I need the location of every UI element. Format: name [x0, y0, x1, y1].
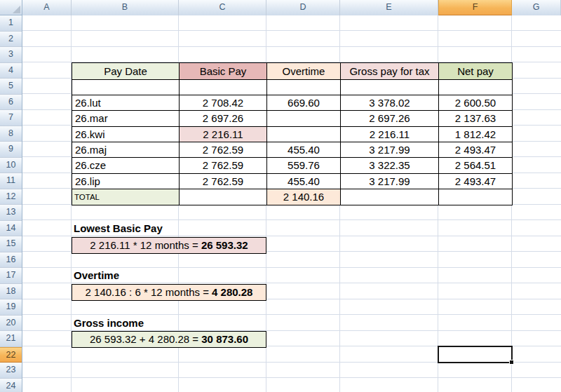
empty-cell[interactable] — [439, 189, 513, 205]
column-header-E[interactable]: E — [340, 0, 438, 15]
formula-result: 26 593.32 — [201, 239, 248, 251]
column-header-B[interactable]: B — [72, 0, 179, 15]
row-header-16[interactable]: 16 — [0, 252, 22, 269]
row-header-3[interactable]: 3 — [0, 47, 22, 63]
row-header-17[interactable]: 17 — [0, 268, 22, 284]
empty-cell[interactable] — [180, 80, 267, 95]
column-header-G[interactable]: G — [512, 0, 561, 15]
gross-pay-cell[interactable]: 3 322.35 — [341, 158, 439, 173]
overtime-cell[interactable] — [267, 111, 341, 126]
overtime-cell[interactable]: 559.76 — [267, 158, 341, 173]
basic-pay-cell[interactable]: 2 697.26 — [180, 111, 267, 126]
net-pay-cell[interactable]: 2 137.63 — [439, 111, 513, 126]
total-label-cell[interactable]: TOTAL — [72, 189, 180, 205]
overtime-cell[interactable]: 455.40 — [267, 142, 341, 158]
row-header-13[interactable]: 13 — [0, 205, 22, 221]
row-header-18[interactable]: 18 — [0, 284, 22, 300]
formula-expression: 26 593.32 + 4 280.28 = — [90, 333, 201, 345]
empty-cell[interactable] — [267, 80, 341, 95]
net-pay-cell[interactable]: 2 600.50 — [439, 95, 513, 111]
pay-date-cell[interactable]: 26.kwi — [72, 127, 180, 142]
formula-expression: 2 140.16 : 6 * 12 months = — [86, 286, 212, 298]
pay-table: Pay DateBasic PayOvertimeGross pay for t… — [72, 62, 513, 205]
formula-result: 30 873.60 — [201, 333, 248, 345]
overtime-formula-cell[interactable]: 2 140.16 : 6 * 12 months = 4 280.28 — [72, 284, 266, 301]
row-header-12[interactable]: 12 — [0, 189, 22, 205]
pay-date-cell[interactable]: 26.lut — [72, 95, 180, 111]
column-header-C[interactable]: C — [179, 0, 266, 15]
column-header-bar: ABCDEFG — [22, 0, 561, 15]
overtime-cell[interactable]: 455.40 — [267, 174, 341, 189]
row-header-23[interactable]: 23 — [0, 363, 22, 379]
basic-pay-cell[interactable]: 2 762.59 — [180, 158, 267, 173]
empty-cell[interactable] — [72, 80, 180, 95]
row-header-7[interactable]: 7 — [0, 110, 22, 126]
row-header-1[interactable]: 1 — [0, 15, 22, 32]
header-cell-basic-pay[interactable]: Basic Pay — [180, 63, 267, 80]
basic-pay-cell[interactable]: 2 708.42 — [180, 95, 267, 111]
row-header-20[interactable]: 20 — [0, 316, 22, 332]
row-header-19[interactable]: 19 — [0, 299, 22, 316]
column-header-A[interactable]: A — [22, 0, 72, 15]
select-all-corner[interactable] — [0, 0, 22, 15]
column-header-D[interactable]: D — [266, 0, 340, 15]
header-cell-gross-pay-for-tax[interactable]: Gross pay for tax — [341, 63, 439, 80]
selected-cell-F22[interactable] — [438, 346, 513, 363]
gross-pay-cell[interactable]: 2 216.11 — [341, 127, 439, 142]
empty-cell[interactable] — [341, 189, 439, 205]
empty-cell[interactable] — [439, 80, 513, 95]
pay-date-cell[interactable]: 26.lip — [72, 174, 180, 189]
row-header-bar: 123456789101112131415161718192021222324 — [0, 15, 22, 392]
row-header-14[interactable]: 14 — [0, 221, 22, 237]
lowest-basic-pay-formula-cell[interactable]: 2 216.11 * 12 months = 26 593.32 — [72, 237, 266, 254]
row-header-10[interactable]: 10 — [0, 158, 22, 174]
net-pay-cell[interactable]: 2 493.47 — [439, 142, 513, 158]
fill-handle[interactable] — [509, 360, 514, 365]
row-header-2[interactable]: 2 — [0, 32, 22, 48]
gross-pay-cell[interactable]: 3 378.02 — [341, 95, 439, 111]
empty-cell[interactable] — [180, 189, 267, 205]
row-header-21[interactable]: 21 — [0, 331, 22, 347]
header-cell-net-pay[interactable]: Net pay — [439, 63, 513, 80]
row-header-9[interactable]: 9 — [0, 142, 22, 158]
formula-result: 4 280.28 — [212, 286, 252, 298]
header-cell-overtime[interactable]: Overtime — [267, 63, 341, 80]
pay-date-cell[interactable]: 26.mar — [72, 111, 180, 126]
overtime-total-cell[interactable]: 2 140.16 — [267, 189, 341, 205]
row-header-22[interactable]: 22 — [0, 347, 22, 363]
empty-cell[interactable] — [341, 80, 439, 95]
column-header-F[interactable]: F — [438, 0, 512, 15]
pay-date-cell[interactable]: 26.maj — [72, 142, 180, 158]
net-pay-cell[interactable]: 1 812.42 — [439, 127, 513, 142]
overtime-cell[interactable]: 669.60 — [267, 95, 341, 111]
gross-pay-cell[interactable]: 3 217.99 — [341, 142, 439, 158]
net-pay-cell[interactable]: 2 564.51 — [439, 158, 513, 173]
gross-pay-cell[interactable]: 3 217.99 — [341, 174, 439, 189]
basic-pay-cell[interactable]: 2 762.59 — [180, 142, 267, 158]
row-header-6[interactable]: 6 — [0, 95, 22, 111]
spreadsheet: ABCDEFG 12345678910111213141516171819202… — [0, 0, 561, 392]
formula-expression: 2 216.11 * 12 months = — [90, 239, 201, 251]
basic-pay-cell[interactable]: 2 762.59 — [180, 174, 267, 189]
section-title-overtime[interactable]: Overtime — [72, 268, 268, 283]
row-header-15[interactable]: 15 — [0, 236, 22, 252]
row-header-5[interactable]: 5 — [0, 79, 22, 95]
net-pay-cell[interactable]: 2 493.47 — [439, 174, 513, 189]
row-header-11[interactable]: 11 — [0, 173, 22, 189]
select-all-triangle-icon — [13, 6, 20, 13]
row-header-8[interactable]: 8 — [0, 126, 22, 142]
section-title-lowest-basic-pay[interactable]: Lowest Basic Pay — [72, 221, 268, 236]
overtime-cell[interactable] — [267, 127, 341, 142]
pay-date-cell[interactable]: 26.cze — [72, 158, 180, 173]
gross-pay-cell[interactable]: 2 697.26 — [341, 111, 439, 126]
row-header-24[interactable]: 24 — [0, 379, 22, 392]
row-header-4[interactable]: 4 — [0, 63, 22, 79]
basic-pay-cell[interactable]: 2 216.11 — [180, 127, 267, 142]
section-title-gross-income[interactable]: Gross income — [72, 316, 268, 331]
header-cell-pay-date[interactable]: Pay Date — [72, 63, 180, 80]
gross-income-formula-cell[interactable]: 26 593.32 + 4 280.28 = 30 873.60 — [72, 331, 266, 348]
